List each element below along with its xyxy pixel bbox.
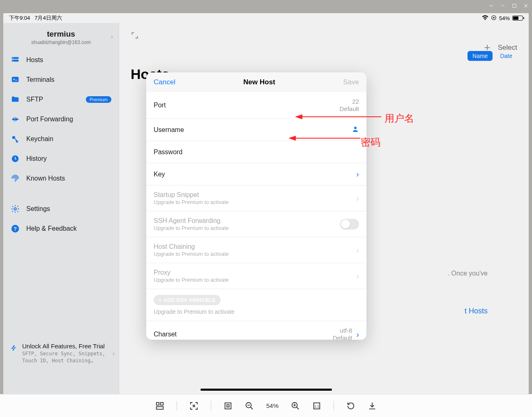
select-button[interactable]: Select (498, 44, 517, 52)
sidebar-label: Terminals (26, 76, 54, 83)
zoom-out-icon[interactable] (245, 401, 254, 410)
pill-name[interactable]: Name (468, 51, 493, 61)
sidebar-item-history[interactable]: History (3, 149, 119, 169)
zoom-in-icon[interactable] (291, 401, 300, 410)
sidebar-item-hosts[interactable]: Hosts (3, 50, 119, 70)
chaining-label: Host Chaining (154, 243, 229, 250)
ipad-statusbar: 下午9:04 7月4日周六 54% (3, 13, 529, 23)
port-default: Default (339, 105, 359, 113)
expand-icon[interactable] (131, 34, 139, 41)
sidebar-header[interactable]: termius shuaibizhangbin@163.com › (3, 23, 119, 50)
cancel-button[interactable]: Cancel (154, 78, 175, 86)
port-label: Port (154, 102, 166, 109)
chevron-right-icon: › (356, 194, 359, 203)
annotation-username: 用户名 (385, 112, 414, 125)
chevron-right-icon: › (113, 350, 115, 357)
zoom-level: 54% (266, 402, 279, 409)
chevron-right-icon: › (111, 33, 113, 40)
premium-sub: Upgrade to Premium to activate (154, 277, 229, 283)
person-icon[interactable] (352, 125, 359, 134)
agent-toggle[interactable] (340, 219, 359, 229)
row-password[interactable]: Password (146, 141, 366, 163)
svg-line-30 (297, 407, 299, 409)
bolt-icon (11, 344, 17, 354)
svg-rect-10 (12, 77, 19, 82)
actual-size-icon[interactable]: 1:1 (312, 401, 321, 410)
sort-pills: Name Date (468, 51, 517, 61)
annotation-password: 密码 (361, 136, 380, 149)
home-indicator (200, 389, 332, 391)
sync-icon (491, 15, 497, 22)
fingerprint-icon (11, 174, 20, 183)
unlock-features[interactable]: Unlock All Features, Free Trial SFTP, Se… (3, 338, 119, 369)
row-key[interactable]: Key › (146, 163, 366, 185)
row-startup-snippet[interactable]: Startup Snippet Upgrade to Premium to ac… (146, 185, 366, 211)
svg-text:?: ? (14, 226, 17, 232)
close-icon[interactable] (523, 3, 529, 10)
viewer-toolbar: 54% 1:1 (0, 394, 532, 417)
clock-icon (11, 154, 20, 163)
status-time: 下午9:04 (9, 15, 30, 21)
sidebar-item-keychain[interactable]: Keychain (3, 129, 119, 149)
svg-point-13 (14, 208, 16, 210)
svg-point-9 (13, 60, 14, 61)
sidebar-item-knownhosts[interactable]: Known Hosts (3, 169, 119, 188)
charset-default: Default (333, 334, 352, 340)
forward-icon (11, 115, 20, 124)
hosts-icon (11, 56, 20, 65)
proxy-label: Proxy (154, 269, 229, 276)
import-hosts-button[interactable]: t Hosts (465, 307, 488, 315)
pill-date[interactable]: Date (495, 51, 517, 61)
sidebar-item-settings[interactable]: Settings (3, 199, 119, 219)
download-icon[interactable] (368, 401, 377, 410)
row-proxy[interactable]: Proxy Upgrade to Premium to activate › (146, 263, 366, 289)
svg-line-27 (251, 407, 253, 409)
status-date: 7月4日周六 (35, 15, 62, 21)
sidebar-item-help[interactable]: ? Help & Feedback (3, 219, 119, 239)
username-label: Username (154, 126, 184, 134)
svg-rect-23 (157, 406, 164, 409)
svg-rect-21 (157, 402, 159, 405)
chevron-right-icon: › (356, 271, 359, 281)
arrow-password (288, 134, 360, 142)
row-host-chaining[interactable]: Host Chaining Upgrade to Premium to acti… (146, 237, 366, 263)
row-charset[interactable]: Charset utf-8 Default › (146, 321, 366, 340)
fit-width-icon[interactable] (223, 401, 233, 410)
battery-percent: 54% (499, 15, 510, 21)
help-icon: ? (11, 224, 20, 233)
minimize-icon[interactable] (500, 3, 506, 10)
maximize-icon[interactable] (511, 3, 517, 10)
password-label: Password (154, 148, 182, 156)
premium-sub: Upgrade to Premium to activate (154, 308, 359, 315)
gear-icon (11, 204, 20, 213)
sidebar-label: Known Hosts (26, 175, 65, 182)
save-button[interactable]: Save (343, 78, 359, 86)
sidebar-label: Port Forwarding (26, 116, 73, 123)
sidebar-item-portforwarding[interactable]: Port Forwarding (3, 109, 119, 129)
svg-rect-24 (225, 403, 231, 409)
svg-point-5 (493, 17, 494, 18)
svg-rect-22 (161, 402, 163, 405)
battery-icon (512, 16, 523, 21)
thumbnails-icon[interactable] (155, 401, 164, 410)
fit-screen-icon[interactable] (189, 401, 198, 410)
sidebar-item-sftp[interactable]: SFTP Premium (3, 90, 119, 109)
key-icon (11, 134, 20, 144)
rotate-icon[interactable] (346, 401, 355, 410)
svg-point-8 (13, 58, 14, 58)
sidebar-label: Hosts (26, 56, 43, 64)
env-section: + ADD ENV VARIABLE Upgrade to Premium to… (146, 289, 366, 321)
sidebar-label: Keychain (26, 135, 53, 143)
premium-sub: Upgrade to Premium to activate (154, 199, 229, 205)
sidebar-item-terminals[interactable]: Terminals (3, 70, 119, 90)
chevron-right-icon: › (356, 246, 359, 255)
sidebar: termius shuaibizhangbin@163.com › Hosts … (3, 23, 119, 394)
svg-point-11 (12, 136, 15, 139)
premium-sub: Upgrade to Premium to activate (154, 225, 229, 231)
app-title: termius (7, 30, 115, 39)
background-text: . Once you've (448, 270, 488, 277)
svg-marker-18 (295, 114, 302, 119)
dropdown-icon[interactable] (488, 3, 494, 10)
svg-point-16 (354, 127, 357, 129)
add-env-button[interactable]: + ADD ENV VARIABLE (154, 295, 221, 305)
